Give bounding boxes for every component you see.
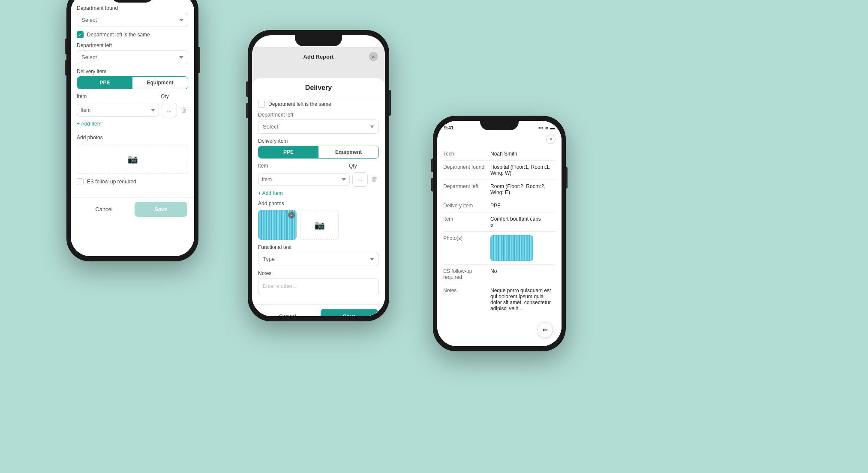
detail-row-tech: Tech Noah Smith bbox=[443, 147, 556, 161]
time-display: 9:41 bbox=[444, 125, 454, 130]
chevron-down-icon-p2 bbox=[370, 126, 374, 128]
chevron-down-icon bbox=[179, 19, 183, 21]
dept-left-select-p2[interactable]: Select bbox=[258, 120, 379, 134]
ppe-toggle-btn-p2[interactable]: PPE bbox=[258, 146, 318, 158]
es-followup-value: No bbox=[490, 268, 556, 274]
photo-upload-area[interactable]: 📷 bbox=[77, 144, 188, 174]
item-select[interactable]: Item bbox=[77, 104, 159, 117]
dept-left-value: Room (Floor:2, Room:2, Wing: E) bbox=[490, 183, 556, 195]
item-value: Comfort bouffant caps bbox=[490, 216, 541, 222]
save-button-p2[interactable]: Save bbox=[321, 309, 378, 316]
cancel-button[interactable]: Cancel bbox=[78, 202, 130, 217]
detail-row-dept-left: Department left Room (Floor:2, Room:2, W… bbox=[443, 180, 556, 199]
qty-input[interactable]: ... bbox=[162, 103, 177, 117]
equipment-toggle-btn[interactable]: Equipment bbox=[132, 77, 188, 89]
dept-left-label: Department left bbox=[443, 183, 490, 189]
es-followup-row[interactable]: ES follow-up required bbox=[77, 178, 188, 185]
detail-table: Tech Noah Smith Department found Hospita… bbox=[437, 147, 562, 315]
detail-header: × bbox=[437, 132, 562, 147]
ppe-toggle-btn[interactable]: PPE bbox=[77, 77, 132, 89]
camera-icon: 📷 bbox=[127, 154, 138, 164]
equipment-toggle-btn-p2[interactable]: Equipment bbox=[318, 146, 378, 158]
item-col-label-p2: Item bbox=[258, 163, 345, 169]
chevron-down-icon bbox=[179, 56, 183, 59]
phone-center: Add Report × Delivery Department left is… bbox=[248, 30, 389, 321]
dept-left-same-checkbox-row-p2[interactable]: Department left is the same bbox=[258, 101, 379, 108]
qty-col-label: Qty bbox=[161, 93, 176, 99]
tech-label: Tech bbox=[443, 151, 490, 157]
signal-icon: ▪▪▪ bbox=[538, 125, 544, 130]
add-photos-label: Add photos bbox=[77, 135, 188, 141]
notes-input[interactable]: Enter a other... bbox=[258, 278, 379, 295]
add-report-title: Add Report bbox=[303, 54, 334, 60]
delete-item-icon[interactable]: 🗑 bbox=[370, 175, 379, 184]
dept-found-label: Department found bbox=[443, 164, 490, 170]
chevron-down-icon-ft bbox=[370, 258, 374, 260]
close-detail-btn[interactable]: × bbox=[546, 135, 556, 144]
edit-icon: ✏ bbox=[543, 326, 548, 333]
delivery-item-toggle[interactable]: PPE Equipment bbox=[77, 76, 188, 89]
dept-left-label: Department left bbox=[77, 42, 188, 48]
delivery-item-label: Delivery item bbox=[443, 203, 490, 209]
es-followup-label: ES follow-up required bbox=[443, 268, 490, 280]
dept-left-same-label: Department left is the same bbox=[87, 32, 150, 38]
edit-fab-button[interactable]: ✏ bbox=[538, 322, 553, 338]
detail-row-es-followup: ES follow-up required No bbox=[443, 265, 556, 284]
dept-left-same-label-p2: Department left is the same bbox=[268, 101, 331, 107]
detail-row-dept-found: Department found Hospital (Floor:1, Room… bbox=[443, 161, 556, 180]
qty-col-label-p2: Qty bbox=[349, 163, 366, 169]
es-followup-label: ES follow-up required bbox=[87, 179, 136, 185]
es-followup-checkbox[interactable] bbox=[77, 178, 84, 185]
item-label: Item bbox=[443, 216, 490, 222]
item-col-label: Item bbox=[77, 93, 157, 99]
photo-add-box[interactable]: 📷 bbox=[300, 210, 339, 240]
delivery-item-toggle-p2[interactable]: PPE Equipment bbox=[258, 146, 379, 159]
chevron-down-icon-item bbox=[342, 178, 346, 181]
dept-found-value: Hospital (Floor:1, Room:1, Wing: W) bbox=[490, 164, 556, 176]
dept-found-label: Department found bbox=[77, 5, 188, 11]
detail-row-item: Item Comfort bouffant caps 5 bbox=[443, 213, 556, 232]
battery-icon: ▬ bbox=[550, 125, 555, 130]
dept-left-same-checkbox-p2[interactable] bbox=[258, 101, 265, 108]
detail-row-photos: Photo(s) bbox=[443, 232, 556, 265]
notes-label: Notes bbox=[258, 270, 379, 276]
notes-value: Neque porro quisquam est qui dolorem ips… bbox=[490, 287, 556, 311]
chevron-down-icon bbox=[151, 109, 155, 111]
add-item-link[interactable]: + Add Item bbox=[77, 121, 188, 127]
add-item-link-p2[interactable]: + Add Item bbox=[258, 190, 379, 196]
dept-found-select[interactable]: Select bbox=[77, 13, 188, 27]
item-row: Item ... 🗑 bbox=[77, 103, 188, 117]
item-row-p2: Item ... 🗑 bbox=[258, 172, 379, 187]
phone-right: 9:41 ▪▪▪ ⌾ ▬ × Tech Noah Smith D bbox=[433, 116, 566, 351]
cancel-button-p2[interactable]: Cancel bbox=[259, 309, 316, 316]
dept-left-same-checkbox-row[interactable]: Department left is the same bbox=[77, 31, 188, 38]
camera-icon-p2: 📷 bbox=[314, 220, 325, 230]
photo-thumb-1[interactable]: × bbox=[258, 210, 297, 240]
tech-value: Noah Smith bbox=[490, 151, 556, 157]
delivery-item-label-p2: Delivery item bbox=[258, 138, 379, 144]
sheet-title: Delivery bbox=[305, 84, 332, 92]
dept-left-select[interactable]: Select bbox=[77, 50, 188, 64]
photos-grid: × 📷 bbox=[258, 210, 379, 240]
detail-row-notes: Notes Neque porro quisquam est qui dolor… bbox=[443, 284, 556, 315]
functional-test-label: Functional test bbox=[258, 244, 379, 250]
detail-photo bbox=[490, 235, 533, 261]
delete-icon[interactable]: 🗑 bbox=[180, 106, 188, 114]
action-buttons-p2: Cancel Save bbox=[252, 304, 385, 316]
close-modal-btn[interactable]: × bbox=[369, 52, 378, 61]
qty-input-p2[interactable]: ... bbox=[352, 172, 368, 187]
delivery-item-label: Delivery item bbox=[77, 69, 188, 75]
add-photos-label-p2: Add photos bbox=[258, 201, 379, 207]
item-qty: 5 bbox=[490, 222, 541, 228]
delivery-item-value: PPE bbox=[490, 203, 556, 209]
photos-label: Photo(s) bbox=[443, 235, 490, 241]
notes-label: Notes bbox=[443, 287, 490, 293]
item-select-p2[interactable]: Item bbox=[258, 173, 350, 186]
dept-left-label-p2: Department left bbox=[258, 112, 379, 118]
functional-test-select[interactable]: Type bbox=[258, 252, 379, 266]
dept-left-same-checkbox[interactable] bbox=[77, 31, 84, 38]
wifi-icon: ⌾ bbox=[545, 125, 548, 130]
save-button[interactable]: Save bbox=[135, 202, 187, 217]
detail-row-delivery-item: Delivery item PPE bbox=[443, 199, 556, 213]
photo-remove-btn[interactable]: × bbox=[288, 212, 295, 219]
